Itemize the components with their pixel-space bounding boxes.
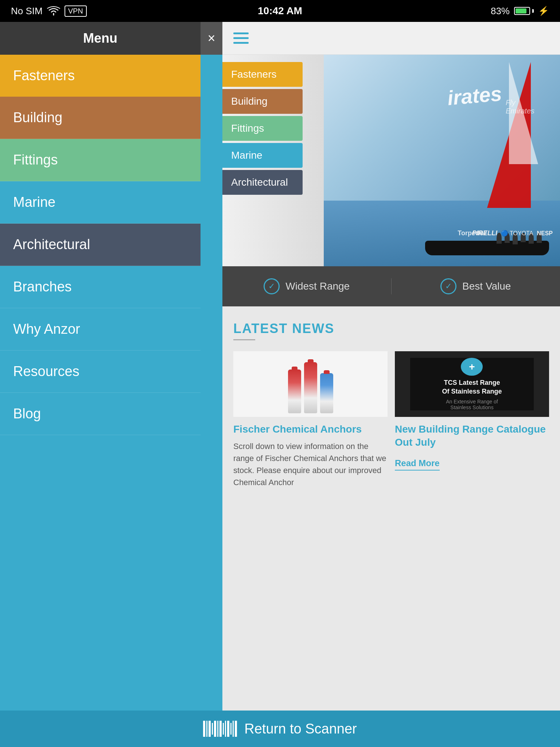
anchor-bottle-1 xyxy=(288,369,301,413)
scanner-label: Return to Scanner xyxy=(244,721,357,737)
battery-icon xyxy=(514,7,534,15)
wifi-icon xyxy=(47,6,60,16)
check-icon-1: ✓ xyxy=(264,278,280,294)
banner-item-value: ✓ Best Value xyxy=(392,278,560,294)
category-buttons-overlay: Fasteners Building Fittings Marine Archi… xyxy=(222,55,560,266)
banner-item-widest: ✓ Widest Range xyxy=(222,278,392,294)
hamburger-line-3 xyxy=(233,42,249,44)
news-grid: Fischer Chemical Anchors Scroll down to … xyxy=(233,351,549,488)
close-icon: × xyxy=(207,32,215,45)
cat-btn-marine[interactable]: Marine xyxy=(222,143,303,168)
sidebar-item-branches[interactable]: Branches xyxy=(0,266,201,308)
news-image-1 xyxy=(233,351,388,417)
sidebar-item-blog[interactable]: Blog xyxy=(0,393,201,435)
news-card-title-1: Fischer Chemical Anchors xyxy=(233,423,388,436)
hero-area: Fasteners Building Fittings Marine Archi… xyxy=(222,55,560,266)
charging-icon: ⚡ xyxy=(538,6,549,16)
sidebar-item-marine[interactable]: Marine xyxy=(0,181,201,224)
latest-news-title: LATEST NEWS xyxy=(233,321,549,336)
right-panel: Fasteners Building Fittings Marine Archi… xyxy=(222,22,560,747)
sidebar-item-why-anzor[interactable]: Why Anzor xyxy=(0,308,201,351)
battery-percent: 83% xyxy=(491,5,510,17)
vpn-badge: VPN xyxy=(65,5,87,17)
right-topbar xyxy=(222,22,560,55)
cat-btn-building[interactable]: Building xyxy=(222,89,303,114)
left-menu-panel: Fasteners Building Fittings Marine Archi… xyxy=(0,55,201,747)
news-image-2: + TCS Latest RangeOf Stainless Range An … xyxy=(395,351,549,417)
check-icon-2: ✓ xyxy=(440,278,456,294)
cat-btn-architectural[interactable]: Architectural xyxy=(222,170,303,195)
read-more-2[interactable]: Read More xyxy=(395,458,440,471)
news-card-title-2: New Building Range Catalogue Out July xyxy=(395,423,549,449)
sidebar-item-resources[interactable]: Resources xyxy=(0,351,201,393)
news-card-1: Fischer Chemical Anchors Scroll down to … xyxy=(233,351,388,488)
sidebar-item-fasteners[interactable]: Fasteners xyxy=(0,55,201,97)
carrier-label: No SIM xyxy=(11,5,43,17)
hamburger-button[interactable] xyxy=(233,32,249,44)
hamburger-line-1 xyxy=(233,32,249,34)
hamburger-line-2 xyxy=(233,37,249,39)
status-time: 10:42 AM xyxy=(258,5,302,17)
anchor-bottle-3 xyxy=(320,373,333,413)
bottom-banner: ✓ Widest Range ✓ Best Value xyxy=(222,266,560,306)
cat-btn-fasteners[interactable]: Fasteners xyxy=(222,62,303,87)
scanner-icon xyxy=(203,721,237,737)
menu-header: Menu xyxy=(0,22,201,55)
status-left: No SIM VPN xyxy=(11,5,87,17)
news-divider xyxy=(233,339,255,340)
close-button[interactable]: × xyxy=(201,22,222,55)
news-card-text-1: Scroll down to view information on the r… xyxy=(233,440,388,488)
sidebar-item-building[interactable]: Building xyxy=(0,97,201,139)
menu-title: Menu xyxy=(83,31,117,46)
status-bar: No SIM VPN 10:42 AM 83% ⚡ xyxy=(0,0,560,22)
sidebar-item-fittings[interactable]: Fittings xyxy=(0,139,201,181)
status-right: 83% ⚡ xyxy=(491,5,549,17)
cat-btn-fittings[interactable]: Fittings xyxy=(222,116,303,141)
latest-news-section: LATEST NEWS Fischer Chemical Anchors Scr… xyxy=(222,306,560,496)
sidebar-item-architectural[interactable]: Architectural xyxy=(0,224,201,266)
scanner-bar[interactable]: Return to Scanner xyxy=(0,711,560,747)
news-card-2: + TCS Latest RangeOf Stainless Range An … xyxy=(395,351,549,488)
anchor-bottle-2 xyxy=(304,362,317,413)
